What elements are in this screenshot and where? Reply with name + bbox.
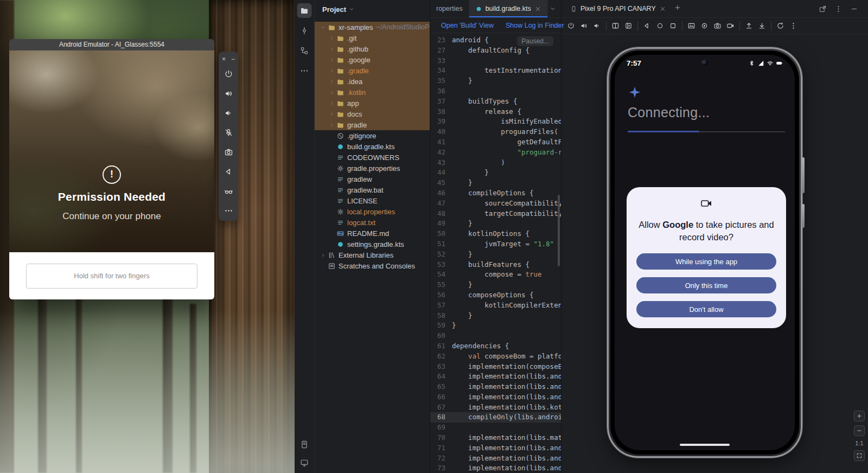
more-h-tool-button[interactable] bbox=[297, 63, 312, 78]
tree-item-external-libraries[interactable]: External Libraries bbox=[315, 250, 430, 260]
zoom-fit-button[interactable] bbox=[854, 450, 865, 461]
tree-item-build-gradle-kts[interactable]: build.gradle.kts bbox=[315, 141, 430, 152]
code-line[interactable]: 37 buildTypes { bbox=[430, 97, 561, 107]
tab-gradle-properties[interactable]: roperties bbox=[430, 0, 469, 17]
code-line[interactable]: 68 compileOnly(libs.android bbox=[430, 412, 561, 423]
tab-build-gradle-kts[interactable]: build.gradle.kts bbox=[469, 0, 548, 17]
structure-tool-button[interactable] bbox=[297, 43, 312, 58]
volume-up-button[interactable] bbox=[224, 84, 233, 103]
close-icon[interactable] bbox=[659, 5, 666, 12]
code-line[interactable]: 34 testInstrumentationR bbox=[430, 66, 561, 76]
code-line[interactable]: 55 } bbox=[430, 280, 561, 290]
code-line[interactable]: 41 getDefaultPr bbox=[430, 137, 561, 148]
zoom-out-button[interactable] bbox=[854, 425, 865, 436]
record-button[interactable] bbox=[700, 22, 709, 30]
code-line[interactable]: 27 defaultConfig { bbox=[430, 46, 561, 56]
code-line[interactable]: 73 implementation(libs.andr bbox=[430, 463, 561, 473]
close-icon[interactable]: × bbox=[222, 55, 226, 63]
tree-item-logcat-txt[interactable]: logcat.txt bbox=[315, 217, 430, 228]
chevron-right-icon[interactable] bbox=[319, 252, 327, 258]
tree-item-google[interactable]: .google bbox=[315, 54, 430, 65]
chevron-right-icon[interactable] bbox=[328, 68, 336, 74]
tree-item-settings-gradle-kts[interactable]: settings.gradle.kts bbox=[315, 239, 430, 250]
tree-item-docs[interactable]: docs bbox=[315, 108, 430, 119]
code-line[interactable]: 70 implementation(libs.mate bbox=[430, 433, 561, 443]
close-icon[interactable] bbox=[534, 5, 541, 12]
back-button[interactable] bbox=[643, 22, 651, 30]
tree-item-gradle-properties[interactable]: gradle.properties bbox=[315, 163, 430, 174]
tree-item-scratches-and-consoles[interactable]: Scratches and Consoles bbox=[315, 260, 430, 271]
tree-item-license[interactable]: LICENSE bbox=[315, 195, 430, 206]
code-line[interactable]: 38 release { bbox=[430, 107, 561, 117]
code-line[interactable]: 53 buildFeatures { bbox=[430, 260, 561, 270]
code-editor[interactable]: 23android {27 defaultConfig {3334 testIn… bbox=[430, 33, 561, 473]
volume-down-button[interactable] bbox=[224, 103, 233, 123]
code-line[interactable]: 50 kotlinOptions { bbox=[430, 229, 561, 239]
code-line[interactable]: 36 bbox=[430, 86, 561, 97]
fold-open-button[interactable] bbox=[611, 22, 620, 30]
project-panel-header[interactable]: Project bbox=[315, 0, 430, 18]
tab-pixel-9-pro[interactable]: Pixel 9 Pro API CANARY bbox=[566, 0, 671, 17]
videocam-button[interactable] bbox=[726, 22, 735, 30]
code-line[interactable]: 57 kotlinCompilerExtens bbox=[430, 301, 561, 311]
chevron-down-icon[interactable] bbox=[319, 24, 327, 30]
tree-item-codeowners[interactable]: CODEOWNERS bbox=[315, 152, 430, 163]
upload-button[interactable] bbox=[745, 22, 753, 30]
tree-item-kotlin[interactable]: .kotlin bbox=[315, 87, 430, 98]
minimize-icon[interactable]: − bbox=[231, 55, 235, 63]
emulator-screen[interactable]: Permission Needed Continue on your phone bbox=[9, 50, 214, 252]
code-line[interactable]: 49 } bbox=[430, 219, 561, 229]
power-button[interactable] bbox=[567, 22, 575, 30]
tree-item-gradle[interactable]: .gradle bbox=[315, 65, 430, 76]
glasses-button[interactable] bbox=[224, 181, 233, 201]
open-build-view-link[interactable]: Open 'Build' View bbox=[441, 22, 494, 29]
permission-button-only-this-time[interactable]: Only this time bbox=[636, 277, 776, 293]
code-line[interactable]: 39 isMinifyEnabled bbox=[430, 117, 561, 127]
hide-panel-icon[interactable] bbox=[850, 5, 858, 13]
chevron-down-icon[interactable] bbox=[348, 6, 355, 12]
tree-item-local-properties[interactable]: local.properties bbox=[315, 206, 430, 217]
folder-tool-button[interactable] bbox=[297, 3, 312, 18]
code-line[interactable]: 47 sourceCompatibility bbox=[430, 199, 561, 209]
more-v-button[interactable] bbox=[789, 22, 797, 30]
code-line[interactable]: 66 implementation(libs.andr bbox=[430, 392, 561, 402]
code-line[interactable]: 33 bbox=[430, 56, 561, 66]
hidden-tabs-chevron-icon[interactable] bbox=[549, 5, 557, 12]
emulator-title-bar[interactable]: Android Emulator - AI_Glasses:5554 bbox=[9, 39, 214, 50]
code-line[interactable]: 62 val composeBom = platfor bbox=[430, 351, 561, 362]
code-line[interactable]: 56 composeOptions { bbox=[430, 290, 561, 301]
logcat-tool-button[interactable] bbox=[297, 437, 312, 452]
tree-item-idea[interactable]: .idea bbox=[315, 76, 430, 87]
home-indicator[interactable] bbox=[680, 444, 730, 446]
code-line[interactable]: 61dependencies { bbox=[430, 341, 561, 351]
code-line[interactable]: 59} bbox=[430, 321, 561, 331]
code-line[interactable]: 48 targetCompatibility bbox=[430, 209, 561, 219]
fold-close-button[interactable] bbox=[624, 22, 633, 30]
download-button[interactable] bbox=[758, 22, 766, 30]
code-line[interactable]: 63 implementation(composeBo bbox=[430, 362, 561, 372]
tree-item-xr-samples[interactable]: xr-samples~/AndroidStudioProj bbox=[315, 22, 430, 33]
rotate-button[interactable] bbox=[776, 22, 784, 30]
code-line[interactable]: 51 jvmTarget = "1.8" bbox=[430, 239, 561, 250]
chevron-right-icon[interactable] bbox=[328, 100, 336, 106]
code-line[interactable]: 60 bbox=[430, 331, 561, 341]
code-line[interactable]: 35 } bbox=[430, 76, 561, 86]
code-line[interactable]: 52 } bbox=[430, 250, 561, 260]
code-line[interactable]: 69 bbox=[430, 423, 561, 433]
overview-button[interactable] bbox=[669, 22, 677, 30]
volume-up-button[interactable] bbox=[580, 22, 588, 30]
back-button[interactable] bbox=[224, 162, 233, 181]
code-line[interactable]: 54 compose = true bbox=[430, 270, 561, 280]
code-line[interactable]: 65 implementation(libs.andr bbox=[430, 382, 561, 392]
code-line[interactable]: 67 implementation(libs.kotl bbox=[430, 402, 561, 413]
code-line[interactable]: 71 implementation(libs.andr bbox=[430, 443, 561, 453]
code-line[interactable]: 45 } bbox=[430, 178, 561, 188]
device-explorer-tool-button[interactable] bbox=[297, 456, 312, 470]
tree-item-readme-md[interactable]: README.md bbox=[315, 228, 430, 239]
code-line[interactable]: 44 } bbox=[430, 168, 561, 178]
code-line[interactable]: 64 implementation(libs.andr bbox=[430, 372, 561, 382]
zoom-reset-button[interactable]: 1:1 bbox=[855, 440, 863, 446]
chevron-right-icon[interactable] bbox=[328, 122, 336, 128]
chevron-right-icon[interactable] bbox=[328, 90, 336, 95]
tree-item-gradlew[interactable]: gradlew bbox=[315, 174, 430, 184]
